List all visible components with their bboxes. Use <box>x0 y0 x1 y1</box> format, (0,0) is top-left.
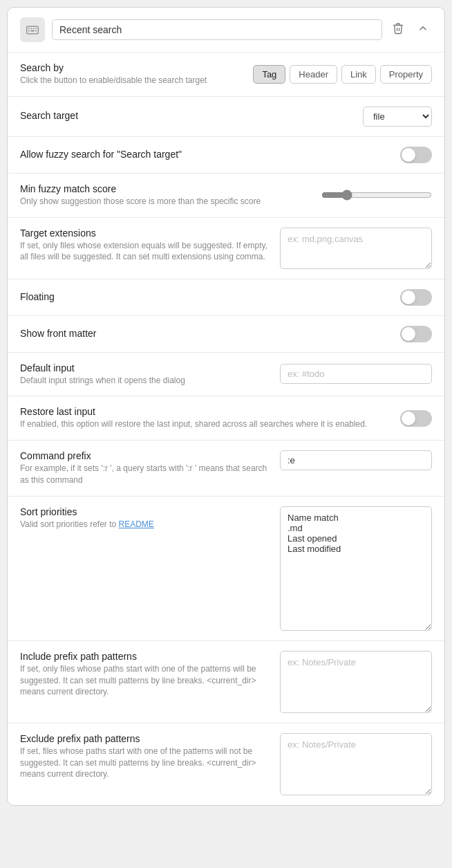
fuzzy-search-row: Allow fuzzy search for "Search target" <box>20 147 432 163</box>
default-input-row: Default input Default input strings when… <box>20 362 432 387</box>
svg-rect-4 <box>35 28 37 30</box>
fuzzy-search-title: Allow fuzzy search for "Search target" <box>20 149 182 160</box>
command-prefix-title: Command prefix <box>20 450 269 461</box>
sort-desc-text: Valid sort priorities refer to <box>20 519 119 529</box>
command-prefix-desc: For example, if it sets ':r ', a query s… <box>20 463 269 486</box>
delete-button[interactable] <box>389 19 407 40</box>
readme-link[interactable]: README <box>119 519 154 529</box>
floating-title: Floating <box>20 291 55 302</box>
target-extensions-input[interactable] <box>280 228 432 269</box>
front-matter-section: Show front matter <box>8 315 444 352</box>
include-prefix-labels: Include prefix path patterns If set, onl… <box>20 651 269 698</box>
command-prefix-layout: Command prefix For example, if it sets '… <box>20 450 432 486</box>
restore-input-desc: If enabled, this option will restore the… <box>20 418 400 430</box>
svg-rect-0 <box>27 26 39 34</box>
tag-button[interactable]: Tag <box>253 65 285 84</box>
command-prefix-labels: Command prefix For example, if it sets '… <box>20 450 269 486</box>
collapse-button[interactable] <box>414 19 432 40</box>
svg-rect-1 <box>28 28 30 30</box>
restore-input-title: Restore last input <box>20 406 400 417</box>
exclude-prefix-desc: If set, files whose paths start with one… <box>20 746 269 780</box>
search-by-buttons: Tag Header Link Property <box>253 65 432 84</box>
search-by-desc: Click the button to enable/disable the s… <box>20 75 253 86</box>
search-target-section: Search target file folder all <box>8 96 444 136</box>
min-fuzzy-desc: Only show suggestion those score is more… <box>20 196 321 207</box>
include-prefix-desc: If set, only files whose paths start wit… <box>20 663 269 698</box>
min-fuzzy-section: Min fuzzy match score Only show suggesti… <box>8 173 444 217</box>
default-input-section: Default input Default input strings when… <box>8 352 444 396</box>
min-fuzzy-slider-container <box>321 190 432 201</box>
restore-input-section: Restore last input If enabled, this opti… <box>8 396 444 440</box>
search-name-input[interactable] <box>52 19 382 40</box>
fuzzy-search-section: Allow fuzzy search for "Search target" <box>8 136 444 173</box>
property-button[interactable]: Property <box>380 65 432 84</box>
header-button[interactable]: Header <box>290 65 337 84</box>
min-fuzzy-labels: Min fuzzy match score Only show suggesti… <box>20 183 321 207</box>
min-fuzzy-slider[interactable] <box>321 190 432 201</box>
floating-toggle[interactable] <box>400 289 432 306</box>
include-prefix-input[interactable] <box>280 651 432 713</box>
default-input-labels: Default input Default input strings when… <box>20 362 280 387</box>
sort-priorities-input[interactable] <box>280 506 432 631</box>
exclude-prefix-input[interactable] <box>280 733 432 795</box>
exclude-prefix-title: Exclude prefix path patterns <box>20 733 269 744</box>
default-input-field[interactable] <box>280 364 432 384</box>
command-prefix-input[interactable] <box>280 450 432 470</box>
search-by-row: Search by Click the button to enable/dis… <box>20 62 432 86</box>
search-by-title: Search by <box>20 62 253 73</box>
exclude-prefix-layout: Exclude prefix path patterns If set, fil… <box>20 733 432 795</box>
sort-priorities-desc: Valid sort priorities refer to README <box>20 519 269 530</box>
exclude-prefix-labels: Exclude prefix path patterns If set, fil… <box>20 733 269 780</box>
sort-priorities-section: Sort priorities Valid sort priorities re… <box>8 496 444 640</box>
svg-rect-6 <box>31 30 35 32</box>
include-prefix-section: Include prefix path patterns If set, onl… <box>8 640 444 723</box>
restore-input-toggle[interactable] <box>400 410 432 427</box>
search-by-labels: Search by Click the button to enable/dis… <box>20 62 253 86</box>
svg-rect-2 <box>31 28 32 30</box>
fuzzy-search-toggle[interactable] <box>400 147 432 163</box>
link-button[interactable]: Link <box>341 65 376 84</box>
sort-priorities-labels: Sort priorities Valid sort priorities re… <box>20 506 269 530</box>
default-input-title: Default input <box>20 362 280 373</box>
header-section <box>8 8 444 53</box>
search-by-section: Search by Click the button to enable/dis… <box>8 53 444 96</box>
keyboard-icon <box>20 17 45 42</box>
restore-input-labels: Restore last input If enabled, this opti… <box>20 406 400 430</box>
front-matter-toggle[interactable] <box>400 326 432 342</box>
front-matter-row: Show front matter <box>20 326 432 342</box>
svg-rect-5 <box>28 30 30 32</box>
min-fuzzy-row: Min fuzzy match score Only show suggesti… <box>20 183 432 207</box>
include-prefix-title: Include prefix path patterns <box>20 651 269 662</box>
target-ext-desc: If set, only files whose extension equal… <box>20 240 269 264</box>
restore-input-row: Restore last input If enabled, this opti… <box>20 406 432 430</box>
svg-rect-7 <box>35 30 37 32</box>
exclude-prefix-section: Exclude prefix path patterns If set, fil… <box>8 723 444 805</box>
target-extensions-section: Target extensions If set, only files who… <box>8 217 444 279</box>
search-target-title: Search target <box>20 110 78 121</box>
min-fuzzy-title: Min fuzzy match score <box>20 183 321 194</box>
search-target-select[interactable]: file folder all <box>363 107 432 127</box>
sort-priorities-layout: Sort priorities Valid sort priorities re… <box>20 506 432 631</box>
sort-priorities-title: Sort priorities <box>20 506 269 517</box>
target-ext-title: Target extensions <box>20 228 269 239</box>
include-prefix-layout: Include prefix path patterns If set, onl… <box>20 651 432 713</box>
search-target-row: Search target file folder all <box>20 107 432 127</box>
front-matter-title: Show front matter <box>20 328 97 339</box>
svg-rect-3 <box>33 28 35 30</box>
floating-row: Floating <box>20 289 432 306</box>
settings-card: Search by Click the button to enable/dis… <box>7 7 445 806</box>
command-prefix-section: Command prefix For example, if it sets '… <box>8 440 444 496</box>
target-extensions-layout: Target extensions If set, only files who… <box>20 228 432 269</box>
default-input-desc: Default input strings when it opens the … <box>20 375 280 387</box>
floating-section: Floating <box>8 279 444 315</box>
target-ext-labels: Target extensions If set, only files who… <box>20 228 269 264</box>
